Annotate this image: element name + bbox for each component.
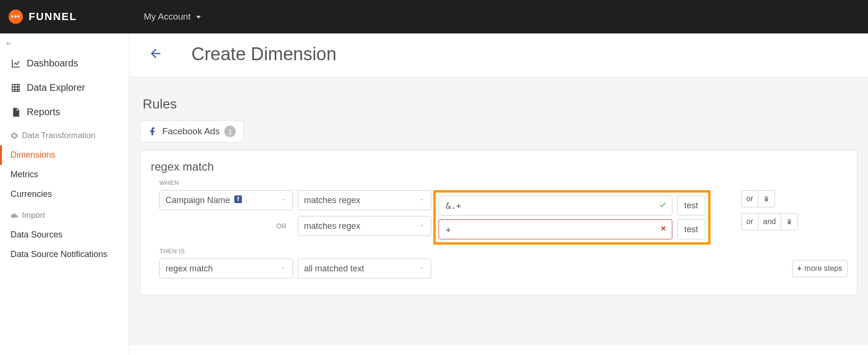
section-import: Import — [0, 204, 129, 225]
source-chip-count: 1 — [224, 126, 236, 137]
trash-icon — [763, 195, 770, 202]
then-scope-value: all matched text — [304, 264, 364, 274]
nav-label: Data Explorer — [27, 82, 85, 93]
more-steps-button[interactable]: + more steps — [792, 260, 847, 277]
nav-label: Dashboards — [27, 58, 78, 69]
source-chip-label: Facebook Ads — [162, 126, 220, 137]
section-data-transformation: Data Transformation — [0, 124, 129, 145]
field-select[interactable]: Campaign Name f — [159, 190, 293, 210]
or-button-1[interactable]: or — [741, 190, 758, 207]
test-button-1[interactable]: test — [677, 195, 705, 215]
or-label: OR — [159, 222, 293, 230]
nav-dimensions[interactable]: Dimensions — [0, 145, 129, 165]
nav-reports[interactable]: Reports — [0, 100, 129, 124]
or-button-2[interactable]: or — [741, 213, 758, 230]
nav-data-sources[interactable]: Data Sources — [0, 225, 129, 245]
condition-actions-1: or — [741, 190, 775, 207]
when-label: WHEN — [159, 179, 847, 186]
then-scope-select[interactable]: all matched text — [298, 258, 431, 279]
gear-icon — [10, 132, 18, 140]
caret-down-icon — [196, 16, 201, 19]
chevron-down-icon — [418, 195, 425, 205]
then-select[interactable]: regex match — [159, 258, 293, 279]
arrow-left-icon — [148, 46, 163, 61]
back-button[interactable] — [148, 46, 163, 63]
page-title: Create Dimension — [191, 44, 336, 65]
regex-input-2[interactable] — [439, 219, 672, 239]
check-icon — [659, 200, 667, 211]
rule-title: regex match — [151, 160, 847, 173]
grid-icon — [10, 83, 21, 93]
chevron-down-icon — [280, 195, 287, 205]
operator-value: matches regex — [304, 221, 360, 231]
facebook-mini-icon: f — [234, 195, 242, 203]
brand-name: FUNNEL — [29, 11, 77, 23]
chevron-down-icon — [418, 221, 425, 231]
then-label: THEN IS — [159, 247, 847, 255]
chevron-down-icon — [418, 264, 425, 274]
operator-select-1[interactable]: matches regex — [298, 190, 431, 210]
cloud-icon — [10, 212, 18, 219]
operator-value: matches regex — [304, 195, 360, 205]
account-menu[interactable]: My Account — [144, 11, 201, 22]
nav-label: Reports — [27, 107, 60, 118]
test-button-2[interactable]: test — [677, 219, 705, 239]
section-label: Import — [22, 211, 45, 220]
nav-data-explorer[interactable]: Data Explorer — [0, 75, 129, 100]
sidebar-collapse[interactable] — [0, 37, 129, 51]
logo-icon: ••• — [9, 10, 23, 24]
field-select-value: Campaign Name — [166, 195, 230, 205]
and-button[interactable]: and — [758, 213, 781, 230]
plus-icon: + — [797, 264, 802, 273]
condition-actions-2: or and — [741, 213, 798, 230]
rules-heading: Rules — [143, 97, 858, 112]
x-icon — [659, 225, 667, 235]
regex-highlight: test test — [433, 190, 711, 245]
regex-input-1[interactable] — [439, 195, 672, 215]
chart-line-icon — [10, 58, 21, 69]
rule-card: regex match WHEN Campaign Name f — [140, 150, 858, 295]
document-icon — [10, 107, 21, 118]
nav-data-source-notifications[interactable]: Data Source Notifications — [0, 245, 129, 264]
delete-condition-2[interactable] — [781, 213, 798, 230]
source-chip[interactable]: Facebook Ads 1 — [140, 120, 244, 142]
regex-input-2-field[interactable] — [445, 224, 666, 235]
nav-metrics[interactable]: Metrics — [0, 165, 129, 184]
delete-condition-1[interactable] — [758, 190, 775, 207]
operator-select-2[interactable]: matches regex — [298, 216, 431, 236]
trash-icon — [786, 218, 793, 225]
chevron-double-left-icon — [5, 40, 11, 47]
section-label: Data Transformation — [22, 131, 95, 140]
account-label: My Account — [144, 11, 190, 22]
regex-input-1-field[interactable] — [445, 200, 666, 211]
more-steps-label: more steps — [805, 264, 842, 273]
nav-dashboards[interactable]: Dashboards — [0, 51, 129, 75]
nav-currencies[interactable]: Currencies — [0, 184, 129, 204]
facebook-icon — [148, 127, 157, 136]
then-select-value: regex match — [166, 264, 213, 274]
chevron-down-icon — [280, 264, 287, 274]
